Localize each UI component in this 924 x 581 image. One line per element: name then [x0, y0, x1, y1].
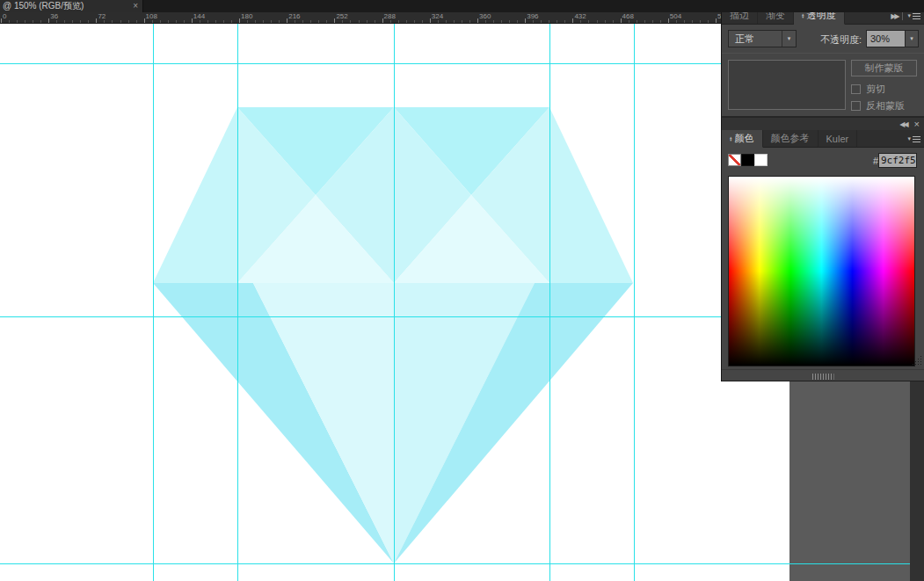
ruler-minor-tick	[501, 20, 502, 23]
ruler-minor-tick	[660, 20, 661, 23]
ruler-minor-tick	[176, 20, 177, 23]
close-tab-icon[interactable]: ×	[133, 0, 138, 12]
mask-thumbnail-box[interactable]	[728, 60, 846, 110]
white-swatch[interactable]	[754, 154, 768, 166]
panel-menu-icon[interactable]: ▾	[907, 135, 920, 142]
ruler-minor-tick	[517, 20, 518, 23]
black-swatch[interactable]	[741, 154, 754, 166]
ruler-minor-tick	[375, 20, 375, 23]
dock-edge-strip	[910, 381, 924, 581]
make-mask-button[interactable]: 制作蒙版	[851, 60, 917, 76]
ruler-major-tick	[192, 18, 193, 23]
color-panel-tabbar: ▴▾颜色颜色参考Kuler ▾	[722, 130, 924, 148]
ruler-minor-tick	[580, 20, 581, 23]
hex-input[interactable]: 9cf2f5	[878, 153, 917, 168]
ruler-minor-tick	[533, 20, 534, 23]
ruler-minor-tick	[9, 20, 10, 23]
none-swatch[interactable]	[728, 154, 741, 166]
panel-cycle-icon: ▴▾	[730, 136, 732, 142]
ruler-major-tick	[572, 18, 573, 23]
ruler-minor-tick	[637, 20, 637, 23]
blend-mode-value: 正常	[729, 33, 782, 46]
expand-panels-icon[interactable]: ▶▶	[891, 12, 898, 20]
ruler-minor-tick	[40, 20, 41, 23]
ruler-minor-tick	[454, 20, 455, 23]
ruler-minor-tick	[549, 20, 549, 23]
ruler-label: 468	[622, 12, 634, 20]
ruler-major-tick	[716, 18, 717, 23]
ruler-minor-tick	[295, 20, 295, 23]
ruler-minor-tick	[120, 20, 121, 23]
menu-bars-icon	[913, 13, 920, 19]
ruler-minor-tick	[80, 20, 81, 23]
menu-arrow-icon: ▾	[907, 135, 911, 142]
ruler-major-tick	[477, 18, 478, 23]
panel-menu-icon[interactable]: ▾	[907, 12, 920, 19]
invert-mask-checkbox-label: 反相蒙版	[866, 99, 905, 113]
facet-crown-outer-left[interactable]	[153, 107, 237, 283]
pasteboard[interactable]	[789, 381, 910, 581]
ruler-minor-tick	[128, 20, 129, 23]
ruler-minor-tick	[367, 20, 367, 23]
ruler-minor-tick	[231, 20, 232, 23]
tab-Kuler[interactable]: Kuler	[819, 130, 858, 147]
ruler-minor-tick	[398, 20, 399, 23]
ruler-minor-tick	[390, 20, 391, 23]
ruler-label: 360	[479, 12, 491, 20]
ruler-major-tick	[287, 18, 287, 23]
separator	[722, 53, 924, 54]
ruler-minor-tick	[56, 20, 57, 23]
ruler-minor-tick	[255, 20, 256, 23]
color-panel-bottombar	[722, 369, 924, 381]
ruler-minor-tick	[342, 20, 343, 23]
document-tab[interactable]: @ 150% (RGB/预览) ×	[0, 0, 143, 12]
opacity-label: 不透明度:	[820, 33, 862, 47]
ruler-minor-tick	[112, 20, 113, 23]
ruler-minor-tick	[223, 20, 224, 23]
opacity-dropdown-icon[interactable]: ▾	[906, 30, 919, 47]
ruler-minor-tick	[485, 20, 486, 23]
ruler-minor-tick	[359, 20, 360, 23]
invert-mask-checkbox[interactable]	[851, 101, 861, 111]
ruler-label: 72	[98, 12, 105, 20]
ruler-label: 396	[527, 12, 538, 20]
ruler-minor-tick	[676, 20, 677, 23]
document-tab-label: @ 150% (RGB/预览)	[3, 1, 84, 11]
ruler-major-tick	[239, 18, 240, 23]
tab-label: 颜色	[735, 132, 754, 145]
chevron-down-icon[interactable]: ▾	[782, 31, 796, 47]
ruler-minor-tick	[302, 20, 303, 23]
ruler-minor-tick	[588, 20, 589, 23]
tab-颜色[interactable]: ▴▾颜色	[722, 130, 763, 148]
ruler-label: 0	[3, 12, 6, 20]
ruler[interactable]: 0367210814418021625228832436039643246850…	[0, 12, 721, 24]
ruler-minor-tick	[310, 20, 311, 23]
diamond-illustration[interactable]	[0, 24, 789, 581]
ruler-minor-tick	[557, 20, 557, 23]
blend-mode-select[interactable]: 正常 ▾	[728, 30, 797, 47]
panel-cycle-icon: ▴▾	[802, 13, 804, 18]
ruler-label: 216	[288, 12, 300, 20]
ruler-minor-tick	[200, 20, 200, 23]
close-panel-icon[interactable]: ×	[914, 119, 920, 129]
opacity-input[interactable]: 30%	[866, 30, 906, 47]
ruler-label: 324	[432, 12, 443, 20]
panel-drag-handle[interactable]	[812, 374, 834, 380]
tab-颜色参考[interactable]: 颜色参考	[763, 130, 819, 147]
facet-crown-outer-right[interactable]	[549, 107, 633, 283]
ruler-minor-tick	[72, 20, 73, 23]
clip-checkbox[interactable]	[851, 84, 861, 94]
ruler-minor-tick	[644, 20, 645, 23]
color-spectrum[interactable]	[728, 176, 915, 367]
collapse-panels-icon[interactable]: ◀◀	[899, 120, 906, 128]
ruler-minor-tick	[684, 20, 685, 23]
ruler-label: 504	[670, 12, 681, 20]
ruler-minor-tick	[88, 20, 89, 23]
menu-bars-icon	[913, 136, 920, 142]
ruler-minor-tick	[652, 20, 653, 23]
ruler-minor-tick	[326, 20, 327, 23]
ruler-minor-tick	[692, 20, 693, 23]
invert-mask-checkbox-row: 反相蒙版	[851, 99, 905, 113]
ruler-minor-tick	[263, 20, 264, 23]
ruler-label: 432	[574, 12, 586, 20]
